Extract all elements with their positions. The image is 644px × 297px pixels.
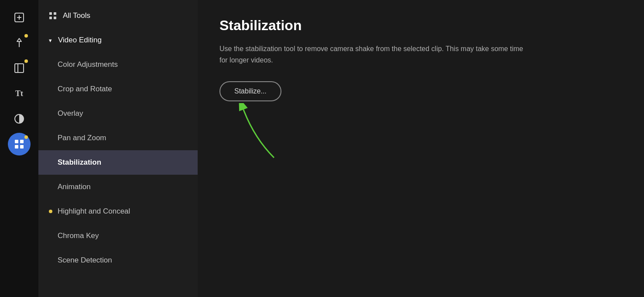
text-icon-btn[interactable]: Tt [8,82,31,105]
arrow-svg [237,103,285,160]
page-description: Use the stabilization tool to remove cam… [219,43,525,66]
sidebar-item-chroma-key[interactable]: Chroma Key [38,224,198,248]
sidebar-item-video-editing[interactable]: ▾ Video Editing [38,28,198,52]
sidebar-item-overlay[interactable]: Overlay [38,101,198,126]
main-content: Stabilization Use the stabilization tool… [198,0,644,297]
sidebar-item-highlight-and-conceal[interactable]: Highlight and Conceal [38,199,198,224]
svg-rect-12 [54,12,56,15]
svg-rect-11 [49,12,52,15]
svg-rect-14 [54,17,56,19]
svg-rect-7 [15,140,18,143]
mask-icon-btn[interactable] [8,107,31,130]
sidebar-item-animation[interactable]: Animation [38,175,198,199]
svg-rect-4 [15,64,24,73]
sidebar-item-stabilization[interactable]: Stabilization [38,150,198,175]
sidebar-item-all-tools[interactable]: All Tools [38,3,198,28]
icon-sidebar: Tt [0,0,38,297]
arrow-annotation [237,103,285,162]
sidebar-item-scene-detection[interactable]: Scene Detection [38,248,198,273]
stabilize-button[interactable]: Stabilize... [219,81,281,101]
page-title: Stabilization [219,17,622,34]
svg-rect-8 [20,140,24,143]
panel-icon-btn[interactable] [8,57,31,79]
sidebar-item-crop-and-rotate[interactable]: Crop and Rotate [38,77,198,101]
tools-icon-btn[interactable] [8,133,31,155]
svg-rect-9 [15,145,18,148]
chevron-down-icon: ▾ [49,37,52,44]
sidebar-item-color-adjustments[interactable]: Color Adjustments [38,52,198,77]
tools-sidebar: All Tools ▾ Video Editing Color Adjustme… [38,0,198,297]
sidebar-item-pan-and-zoom[interactable]: Pan and Zoom [38,126,198,150]
svg-rect-10 [20,145,24,148]
svg-rect-13 [49,17,52,19]
pin-icon-btn[interactable] [8,31,31,54]
new-project-icon-btn[interactable] [8,6,31,29]
dot-indicator [49,210,52,213]
